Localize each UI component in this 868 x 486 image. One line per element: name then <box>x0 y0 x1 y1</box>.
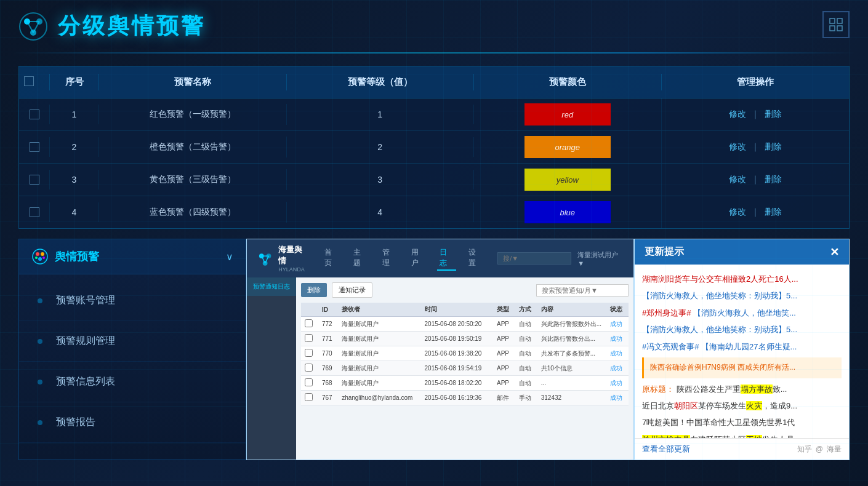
news-highlight: #郑州身边事# <box>642 308 691 317</box>
highlight-fire: 火灾 <box>746 401 762 410</box>
inner-user[interactable]: 海量测试用户 ▼ <box>577 250 624 267</box>
row2-delete-link[interactable]: 删除 <box>765 141 782 151</box>
row3-checkbox[interactable] <box>30 175 39 185</box>
row3-name: 黄色预警（三级告警） <box>99 169 287 190</box>
nav-link-settings[interactable]: 设置 <box>466 246 485 271</box>
row1-edit-link[interactable]: 修改 <box>729 109 746 119</box>
panel-collapse-btn[interactable]: ∨ <box>226 251 233 263</box>
cell-method: 自动 <box>515 376 537 391</box>
menu-item-account[interactable]: 预警账号管理 <box>19 281 246 321</box>
row1-delete-link[interactable]: 删除 <box>765 109 782 119</box>
row4-level: 4 <box>287 202 475 222</box>
orange-title: 陕西省确诊首例H7N9病例 西咸关闭所有活... <box>650 361 835 375</box>
see-all-link[interactable]: 查看全部更新 <box>642 444 690 455</box>
inner-body: 预警通知日志 删除 通知记录 <box>247 277 633 460</box>
inner-nav: 海量舆情 HYLANDA 首页 主题 管理 用户 日志 设置 海 <box>247 239 633 277</box>
inner-record-btn[interactable]: 通知记录 <box>332 282 372 298</box>
row-checkbox[interactable] <box>305 364 313 372</box>
news-link[interactable]: 【消防火海救人，他坐地笑称：别动我】5... <box>642 291 797 300</box>
row-checkbox[interactable] <box>305 393 313 401</box>
nav-link-user[interactable]: 用户 <box>409 246 428 271</box>
nav-link-home[interactable]: 首页 <box>322 246 341 271</box>
svg-line-6 <box>33 22 39 33</box>
cell-method: 自动 <box>515 332 537 346</box>
cell-receiver: 海量测试用户 <box>338 346 420 361</box>
panel-title: 舆情预警 <box>55 249 99 264</box>
th-checkbox <box>19 74 50 90</box>
corner-button[interactable] <box>822 11 850 38</box>
inner-th-content: 内容 <box>537 303 606 317</box>
cell-status: 成功 <box>606 391 629 405</box>
row3-edit-link[interactable]: 修改 <box>729 174 746 184</box>
svg-point-14 <box>38 257 42 261</box>
inner-delete-btn[interactable]: 删除 <box>301 283 327 297</box>
news-link[interactable]: 湖南浏阳货车与公交车相撞致2人死亡16人... <box>642 274 798 284</box>
cell-content: ... <box>537 376 606 391</box>
menu-item-rules[interactable]: 预警规则管理 <box>19 321 246 362</box>
inner-th-method: 方式 <box>515 303 537 317</box>
row1-level: 1 <box>287 105 475 124</box>
brand-text: 知乎 <box>797 444 812 455</box>
color-badge-blue: blue <box>524 201 611 223</box>
row4-id: 4 <box>50 202 99 222</box>
news-item: #冯文亮观食事# 【海南幼儿园27名师生疑... <box>642 340 842 354</box>
cell-content: 共发布了多条预警... <box>537 346 606 361</box>
nav-link-log[interactable]: 日志 <box>437 246 456 271</box>
row-checkbox[interactable] <box>305 378 313 386</box>
row3-id: 3 <box>50 170 99 189</box>
panel-header: 舆情预警 ∨ <box>19 239 246 274</box>
cell-id: 769 <box>318 361 338 376</box>
row-checkbox[interactable] <box>305 319 313 327</box>
row2-edit-link[interactable]: 修改 <box>729 141 746 151</box>
news-link[interactable]: 【消防火海救人，他坐地笑称：别动我】5... <box>642 325 797 334</box>
footer-brand: 知乎 @ 海量 <box>797 444 842 455</box>
news-text: 近日北京 <box>642 401 674 410</box>
news-link[interactable]: 【消防火海救人，他坐地笑... <box>693 308 796 317</box>
cell-time: 2015-06-08 19:50:19 <box>421 332 493 346</box>
inner-nav-links: 首页 主题 管理 用户 日志 设置 <box>322 246 485 271</box>
cell-content: 兴比路行警数分出... <box>537 332 606 346</box>
row4-edit-link[interactable]: 修改 <box>729 207 746 217</box>
right-panel: 更新提示 ✕ 湖南浏阳货车与公交车相撞致2人死亡16人... 【消防火海救人，他… <box>634 239 850 460</box>
inner-toolbar: 删除 通知记录 <box>301 282 629 298</box>
inner-data-table: ID 接收者 时间 类型 方式 内容 状态 <box>301 303 629 405</box>
row4-delete-link[interactable]: 删除 <box>765 207 782 217</box>
row1-color: red <box>474 98 662 130</box>
list-item: 770 海量测试用户 2015-06-08 19:38:20 APP 自动 共发… <box>301 346 629 361</box>
nav-link-theme[interactable]: 主题 <box>351 246 370 271</box>
select-all-checkbox[interactable] <box>24 76 34 86</box>
table-row: 2 橙色预警（二级告警） 2 orange 修改 ｜ 删除 <box>19 131 849 164</box>
inner-main-search[interactable] <box>536 284 629 297</box>
right-panel-header: 更新提示 ✕ <box>635 239 849 265</box>
row3-delete-link[interactable]: 删除 <box>765 174 782 184</box>
row4-name: 蓝色预警（四级预警） <box>99 202 287 223</box>
news-item: 7吨超美国！中国革命性大卫星领先世界1代 <box>642 415 842 429</box>
cell-check <box>301 361 318 376</box>
list-item: 768 海量测试用户 2015-06-08 18:02:20 APP 自动 ..… <box>301 376 629 391</box>
row3-checkbox-cell <box>19 170 50 189</box>
cell-type: APP <box>493 361 515 376</box>
news-orange-block: 陕西省确诊首例H7N9病例 西咸关闭所有活... <box>642 357 842 378</box>
inner-nav-search[interactable] <box>497 252 571 265</box>
news-link[interactable]: #冯文亮观食事# 【海南幼儿园27名师生疑... <box>642 342 797 351</box>
middle-panel: 海量舆情 HYLANDA 首页 主题 管理 用户 日志 设置 海 <box>246 239 634 460</box>
row-checkbox[interactable] <box>305 334 313 342</box>
news-item: 原标题： 陕西公路发生严重塌方事故致... <box>642 382 842 396</box>
close-button[interactable]: ✕ <box>830 247 839 258</box>
row2-name: 橙色预警（二级告警） <box>99 137 287 157</box>
row2-checkbox[interactable] <box>30 142 39 152</box>
svg-rect-10 <box>837 26 842 31</box>
menu-item-report[interactable]: 预警报告 <box>19 402 246 443</box>
row1-checkbox[interactable] <box>30 110 39 119</box>
menu-item-list[interactable]: 预警信息列表 <box>19 362 246 402</box>
cell-check <box>301 376 318 391</box>
row-checkbox[interactable] <box>305 349 313 357</box>
nav-link-manage[interactable]: 管理 <box>380 246 399 271</box>
row4-checkbox[interactable] <box>30 207 39 217</box>
inner-sidebar-item[interactable]: 预警通知日志 <box>247 277 296 296</box>
svg-point-13 <box>41 252 44 256</box>
row1-name: 红色预警（一级预警） <box>99 104 287 125</box>
svg-point-15 <box>35 257 38 259</box>
inner-logo-icon <box>257 250 273 267</box>
highlight-text: 塌方事故 <box>741 384 773 394</box>
